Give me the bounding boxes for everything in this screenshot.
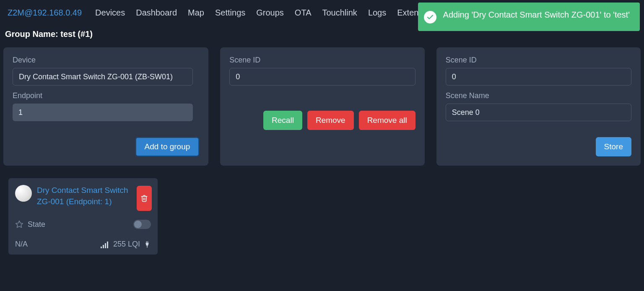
lqi-value: 255 LQI <box>113 240 140 249</box>
state-toggle[interactable] <box>133 220 151 229</box>
panel-scene-store: Scene ID Scene Name Store <box>436 47 641 166</box>
store-button[interactable]: Store <box>596 137 631 156</box>
brand-link[interactable]: Z2M@192.168.0.49 <box>8 8 82 18</box>
add-to-group-button[interactable]: Add to group <box>135 137 200 156</box>
device-name-link[interactable]: Dry Contact Smart Switch ZG-001 (Endpoin… <box>37 185 133 207</box>
svg-rect-4 <box>105 243 106 248</box>
trash-icon <box>140 195 148 202</box>
star-icon[interactable] <box>15 220 23 229</box>
svg-marker-1 <box>16 221 23 228</box>
signal-icon <box>101 241 110 248</box>
nav-settings[interactable]: Settings <box>215 8 245 18</box>
delete-device-button[interactable] <box>137 186 152 211</box>
check-circle-icon <box>424 11 436 23</box>
device-image <box>15 185 32 202</box>
plug-icon <box>143 240 151 249</box>
scene-id-input-2[interactable] <box>446 68 631 86</box>
remove-button[interactable]: Remove <box>307 111 354 130</box>
svg-rect-2 <box>101 247 102 248</box>
svg-rect-5 <box>107 242 108 248</box>
nav-groups[interactable]: Groups <box>256 8 284 18</box>
toast-message: Adding 'Dry Contact Smart Switch ZG-001'… <box>443 10 630 20</box>
scene-name-input[interactable] <box>446 104 631 121</box>
scene-id-label-1: Scene ID <box>229 56 415 65</box>
scene-name-label: Scene Name <box>446 91 631 100</box>
nav-map[interactable]: Map <box>188 8 204 18</box>
scene-id-label-2: Scene ID <box>446 56 631 65</box>
nav-ota[interactable]: OTA <box>295 8 312 18</box>
toast-success: Adding 'Dry Contact Smart Switch ZG-001'… <box>418 3 640 31</box>
nav-links: Devices Dashboard Map Settings Groups OT… <box>95 8 438 18</box>
panel-add-device: Device Dry Contact Smart Switch ZG-001 (… <box>3 47 208 166</box>
scene-id-input-1[interactable] <box>229 68 415 86</box>
panel-scene-recall: Scene ID Recall Remove Remove all <box>220 47 424 166</box>
device-label: Device <box>13 56 199 65</box>
svg-rect-3 <box>103 245 104 248</box>
nav-devices[interactable]: Devices <box>95 8 125 18</box>
availability-value: N/A <box>15 240 28 249</box>
main: Group Name: test (#1) Device Dry Contact… <box>0 25 644 259</box>
nav-logs[interactable]: Logs <box>368 8 386 18</box>
panels: Device Dry Contact Smart Switch ZG-001 (… <box>3 47 641 166</box>
state-label: State <box>28 220 129 229</box>
nav-dashboard[interactable]: Dashboard <box>136 8 177 18</box>
nav-touchlink[interactable]: Touchlink <box>322 8 357 18</box>
device-select[interactable]: Dry Contact Smart Switch ZG-001 (ZB-SW01… <box>13 68 193 86</box>
recall-button[interactable]: Recall <box>263 111 302 130</box>
endpoint-input[interactable] <box>13 104 193 121</box>
device-card: Dry Contact Smart Switch ZG-001 (Endpoin… <box>8 178 158 255</box>
remove-all-button[interactable]: Remove all <box>359 111 415 130</box>
endpoint-label: Endpoint <box>13 91 199 100</box>
